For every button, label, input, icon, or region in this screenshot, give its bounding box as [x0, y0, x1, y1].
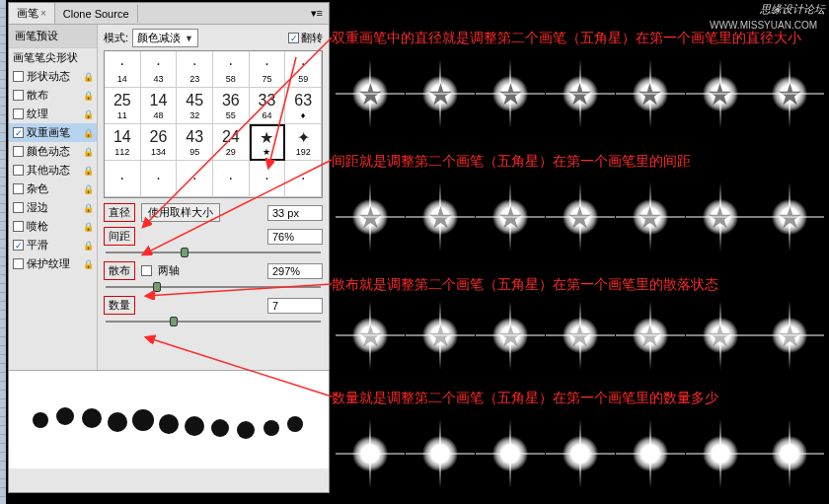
sparkle: ★ [340, 306, 400, 365]
checkbox[interactable] [13, 202, 24, 213]
checkbox[interactable] [13, 165, 24, 176]
sparkle: ★ [481, 64, 540, 123]
brush-thumb: · [146, 169, 170, 188]
brush-thumb: 36 [219, 91, 243, 110]
sidebar-item[interactable]: 湿边🔒 [9, 198, 97, 217]
brush-cell[interactable]: 3655 [213, 88, 250, 124]
brush-cell[interactable]: 4532 [177, 88, 213, 124]
brush-cell[interactable]: 63♦ [285, 88, 322, 124]
checkbox[interactable] [13, 221, 24, 232]
sidebar-label: 保护纹理 [27, 256, 70, 271]
checkbox[interactable] [13, 90, 24, 101]
brush-presets-header[interactable]: 画笔预设 [9, 25, 97, 48]
brush-cell[interactable]: · [213, 161, 250, 197]
dual-brush-main: 模式: 颜色减淡▼ ✓ 翻转 ·14·43·23·58·75·592511144… [98, 25, 329, 370]
sidebar-item[interactable]: 喷枪🔒 [9, 217, 97, 236]
flip-checkbox[interactable]: ✓ [288, 33, 299, 43]
sidebar-label: 颜色动态 [27, 144, 70, 159]
slider-thumb[interactable] [153, 282, 161, 292]
checkbox[interactable] [13, 258, 24, 269]
mode-dropdown[interactable]: 颜色减淡▼ [132, 29, 198, 47]
lock-icon: 🔒 [83, 128, 93, 138]
tab-clone-source[interactable]: Clone Source [55, 5, 138, 23]
brush-size: 75 [262, 74, 271, 84]
close-icon[interactable]: × [40, 8, 46, 19]
brush-cell[interactable]: ★★ [250, 124, 286, 161]
brush-cell[interactable]: · [250, 161, 286, 197]
brush-thumb: · [291, 169, 315, 188]
sidebar-item[interactable]: 纹理🔒 [9, 105, 97, 123]
svg-point-6 [185, 416, 204, 436]
brush-cell[interactable]: ·59 [285, 51, 322, 88]
sidebar-item[interactable]: 颜色动态🔒 [9, 142, 97, 161]
sparkle: ★ [621, 306, 680, 365]
checkbox[interactable] [13, 108, 24, 119]
sidebar-item[interactable]: 形状动态🔒 [9, 67, 97, 86]
brush-cell[interactable]: 1448 [141, 88, 178, 124]
sparkle [340, 424, 400, 483]
lock-icon: 🔒 [83, 109, 93, 119]
sidebar-item[interactable]: 画笔笔尖形状 [9, 48, 97, 67]
brush-cell[interactable]: 26134 [141, 124, 178, 161]
spacing-input[interactable]: 76% [267, 229, 323, 245]
lock-icon: 🔒 [83, 166, 93, 176]
brush-cell[interactable]: ✦192 [285, 124, 322, 161]
slider-thumb[interactable] [181, 248, 188, 257]
sparkle: ★ [411, 64, 470, 123]
annotation-diameter: 双重画笔中的直径就是调整第二个画笔（五角星）在第一个画笔里的直径大小 [332, 30, 801, 47]
brush-cell[interactable]: ·75 [250, 51, 286, 88]
sparkle [551, 424, 610, 483]
checkbox[interactable] [13, 183, 24, 194]
checkbox[interactable] [13, 71, 24, 82]
sidebar-item[interactable]: ✓平滑🔒 [9, 236, 97, 254]
diameter-input[interactable]: 33 px [267, 205, 323, 221]
scatter-input[interactable]: 297% [267, 263, 323, 279]
brush-size: 32 [189, 110, 199, 120]
scatter-slider[interactable] [106, 283, 321, 291]
spacing-label: 间距 [104, 227, 135, 246]
brush-cell[interactable]: · [105, 161, 141, 197]
brush-thumb: · [183, 169, 206, 188]
brush-cell[interactable]: ·58 [213, 51, 250, 88]
use-sample-size-button[interactable]: 使用取样大小 [141, 203, 220, 222]
brush-thumb: 25 [111, 91, 134, 110]
lock-icon: 🔒 [83, 184, 93, 194]
brush-cell[interactable]: 4395 [177, 124, 213, 161]
brush-thumb: 14 [111, 127, 134, 147]
brush-cell[interactable]: 2511 [105, 88, 141, 124]
panel-menu-icon[interactable]: ▾≡ [305, 7, 329, 20]
sidebar-label: 湿边 [27, 200, 48, 215]
checkbox[interactable]: ✓ [13, 127, 24, 138]
tab-brush[interactable]: 画笔× [9, 3, 55, 24]
sidebar-label: 形状动态 [27, 69, 70, 84]
brush-cell[interactable]: ·14 [105, 51, 141, 88]
checkbox[interactable]: ✓ [13, 240, 24, 251]
sidebar-item[interactable]: 其他动态🔒 [9, 161, 97, 180]
brush-tip-grid[interactable]: ·14·43·23·58·75·592511144845323655336463… [104, 50, 323, 198]
brush-cell[interactable]: · [285, 161, 322, 197]
brush-cell[interactable]: · [141, 161, 178, 197]
brush-cell[interactable]: ·43 [141, 51, 178, 88]
brush-cell[interactable]: ·23 [177, 51, 213, 88]
sidebar-item[interactable]: 杂色🔒 [9, 180, 97, 198]
sparkle: ★ [621, 64, 680, 123]
svg-point-8 [237, 421, 255, 439]
mode-label: 模式: [104, 31, 128, 45]
spacing-slider[interactable] [106, 249, 321, 256]
checkbox[interactable] [13, 146, 24, 157]
watermark-text: 思缘设计论坛 [760, 2, 825, 17]
brush-thumb: · [219, 54, 243, 74]
slider-thumb[interactable] [170, 317, 178, 326]
sparkle: ★ [340, 187, 400, 247]
count-input[interactable]: 7 [267, 298, 323, 314]
count-slider[interactable] [106, 318, 321, 325]
sidebar-item[interactable]: 保护纹理🔒 [9, 254, 97, 273]
sidebar-item[interactable]: ✓双重画笔🔒 [9, 123, 97, 142]
brush-cell[interactable]: 3364 [250, 88, 286, 124]
brush-cell[interactable]: 2429 [213, 124, 250, 161]
both-axes-checkbox[interactable] [141, 265, 152, 276]
sidebar-item[interactable]: 散布🔒 [9, 86, 97, 105]
brush-cell[interactable]: 14112 [105, 124, 141, 161]
brush-thumb: 43 [183, 127, 206, 147]
brush-cell[interactable]: · [177, 161, 213, 197]
